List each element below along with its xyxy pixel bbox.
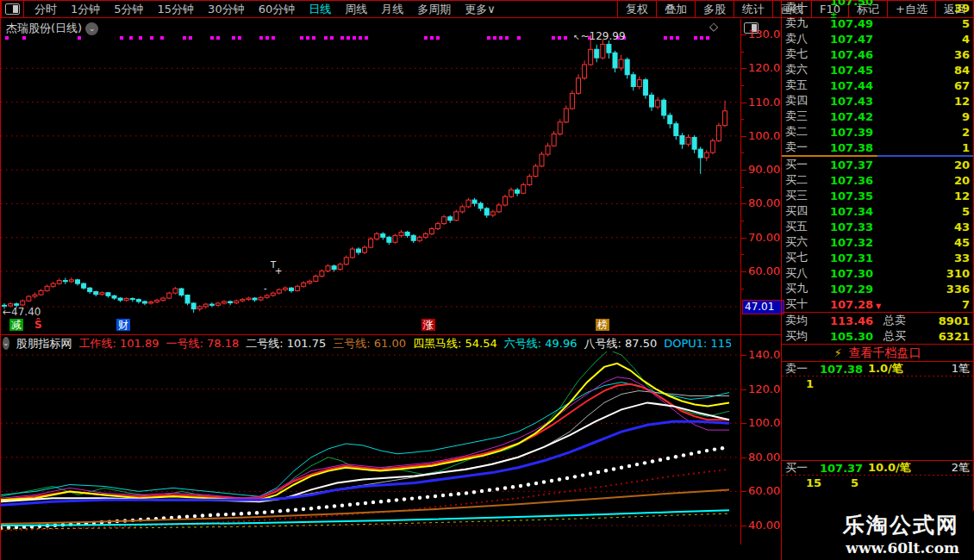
candlestick-chart xyxy=(1,19,740,334)
axis-label: 110.0 xyxy=(748,96,780,109)
order-book-row[interactable]: 买五107.3343 xyxy=(782,219,973,234)
axis-tick xyxy=(741,271,746,272)
queue-lot: 1 xyxy=(806,377,814,390)
indicator-value: DOPU1: 115.98 xyxy=(664,337,731,350)
down-mark-icon: ▼ xyxy=(873,302,881,310)
order-book-row[interactable]: 卖四107.4312 xyxy=(782,93,973,109)
menu-item[interactable]: 叠加 xyxy=(656,1,695,17)
axis-label: 80.00 xyxy=(748,451,780,464)
axis-tick xyxy=(741,355,746,356)
sell-levels: 卖十107.50 ±39卖九107.495卖八107.474卖七107.4636… xyxy=(782,0,973,155)
order-book-row[interactable]: 买八107.30310 xyxy=(782,265,973,281)
menu-divider xyxy=(23,1,24,17)
order-book-row[interactable]: 卖三107.429 xyxy=(782,109,973,124)
chart-marker-badge: Ŝ xyxy=(33,319,44,331)
order-book-row[interactable]: 买四107.345 xyxy=(782,203,973,219)
order-book-row[interactable]: 买七107.3133 xyxy=(782,250,973,265)
axis-tick xyxy=(741,170,746,171)
menu-item[interactable]: 周线 xyxy=(338,2,374,17)
axis-tick xyxy=(741,457,746,458)
menu-item[interactable]: 60分钟 xyxy=(252,2,303,17)
diamond-icon[interactable]: ◇ xyxy=(709,20,718,33)
menu-item[interactable]: 15分钟 xyxy=(151,2,202,17)
chart-marker-badge: 财 xyxy=(116,319,130,331)
axis-tick xyxy=(741,289,744,289)
order-book-row[interactable]: 买二107.3620 xyxy=(782,172,973,188)
menu-item[interactable]: 月线 xyxy=(374,2,410,17)
chart-title: 杰瑞股份(日线) ⌄ xyxy=(6,21,98,36)
order-book-row[interactable]: 卖五107.4467 xyxy=(782,78,973,93)
indicator-value: 二号线: 101.75 xyxy=(246,336,326,351)
layout-pane-icon[interactable] xyxy=(5,3,20,15)
queue-lot: 15 xyxy=(806,476,821,489)
thousand-level-link[interactable]: ⚡ 查看千档盘口 xyxy=(782,345,973,361)
menu-item[interactable]: 日线 xyxy=(302,2,338,17)
indicator-value: 工作线: 101.89 xyxy=(79,336,159,351)
indicator-chart xyxy=(1,352,740,544)
title-chevron-down-icon[interactable]: ⌄ xyxy=(85,22,98,35)
buy-queue: 155 xyxy=(782,476,973,489)
order-book-row[interactable]: 卖九107.495 xyxy=(782,16,973,31)
order-book-row[interactable]: 卖七107.4636 xyxy=(782,47,973,62)
axis-tick xyxy=(741,52,744,53)
buy-one-detail[interactable]: 买一 107.37 10.0/笔 2笔 xyxy=(782,461,973,475)
peak-arrow-icon: ↖ xyxy=(573,33,580,41)
indicator-source-label: 股朋指标网 xyxy=(16,336,72,351)
panel-divider xyxy=(1,334,781,335)
lightning-icon: ⚡ xyxy=(834,346,841,359)
indicator-price-tag: 47.01 xyxy=(742,300,784,314)
axis-tick xyxy=(741,152,744,153)
stock-name-label: 杰瑞股份(日线) xyxy=(6,21,82,36)
axis-tick xyxy=(741,103,746,103)
axis-tick xyxy=(741,526,746,526)
menu-item[interactable]: 1分钟 xyxy=(64,2,107,17)
order-book-row[interactable]: 卖一107.381 xyxy=(782,140,973,155)
axis-label: 120.0 xyxy=(748,383,780,395)
menu-item[interactable]: 30分钟 xyxy=(201,2,252,17)
chart-marker-badge: 减 xyxy=(9,319,23,331)
axis-tick xyxy=(741,68,746,69)
period-menu: 分时1分钟5分钟15分钟30分钟60分钟日线周线月线多周期更多∨ xyxy=(2,1,503,17)
axis-label: 90.00 xyxy=(748,163,780,176)
indicator-chevron-down-icon[interactable]: ⌄ xyxy=(3,337,9,350)
price-axis: 130.0120.0110.0100.090.0080.0070.0060.00… xyxy=(740,19,782,544)
order-book-row[interactable]: 卖六107.4584 xyxy=(782,62,973,78)
menu-item[interactable]: 多周期 xyxy=(410,2,458,17)
axis-tick xyxy=(741,203,746,204)
menu-item[interactable]: 分时 xyxy=(28,2,64,17)
buy-levels: 买一107.3720买二107.3620买三107.3512买四107.345买… xyxy=(782,157,973,312)
sell-one-detail[interactable]: 卖一 107.38 1.0/笔 1笔 xyxy=(782,362,973,376)
axis-tick xyxy=(741,254,744,255)
order-book-row[interactable]: 买六107.3245 xyxy=(782,234,973,250)
menu-item[interactable]: 更多∨ xyxy=(458,2,503,17)
menu-item[interactable]: 复权 xyxy=(617,1,656,17)
menu-item[interactable]: 多股 xyxy=(695,1,734,17)
menu-item[interactable]: 5分钟 xyxy=(107,2,150,17)
chart-tick-mark: - xyxy=(264,284,267,293)
chart-tick-mark: + xyxy=(275,267,282,276)
order-book-row[interactable]: 买三107.3512 xyxy=(782,188,973,203)
order-book-row[interactable]: 卖二107.392 xyxy=(782,124,973,140)
indicator-header: ⌄ 股朋指标网 工作线: 101.89一号线: 78.18二号线: 101.75… xyxy=(1,336,731,351)
axis-tick xyxy=(741,389,746,390)
order-book-row[interactable]: 买一107.3720 xyxy=(782,157,973,172)
order-book-row[interactable]: 买九107.29336 xyxy=(782,281,973,296)
order-book-row[interactable]: 卖八107.474 xyxy=(782,31,973,47)
chart-region: 杰瑞股份(日线) ⌄ ◇ ↖~129.99 ←47.40 ⌄ 股朋指标网 工作线… xyxy=(1,19,740,560)
buy-average-row: 买均 105.30 总买 6321 xyxy=(782,328,973,344)
axis-tick xyxy=(741,491,746,492)
axis-tick xyxy=(741,187,744,188)
watermark: 乐淘公式网 www.60lt.com xyxy=(843,511,959,557)
sell-average-row: 卖均 113.46 总卖 8901 xyxy=(782,313,973,328)
indicator-value: 八号线: 87.50 xyxy=(584,336,657,351)
axis-tick xyxy=(741,85,744,86)
chart-marker-badge: 涨 xyxy=(421,319,435,331)
order-book-panel: 卖十107.50 ±39卖九107.495卖八107.474卖七107.4636… xyxy=(781,0,974,560)
axis-label: 70.00 xyxy=(748,231,780,244)
axis-tick xyxy=(741,119,744,120)
order-book-row[interactable]: 买十107.28 ▼7 xyxy=(782,296,973,312)
indicator-value: 六号线: 49.96 xyxy=(504,336,578,351)
axis-tick xyxy=(741,423,746,424)
order-book-row[interactable]: 卖十107.50 ±39 xyxy=(782,0,973,16)
menu-item[interactable]: 统计 xyxy=(734,1,772,17)
